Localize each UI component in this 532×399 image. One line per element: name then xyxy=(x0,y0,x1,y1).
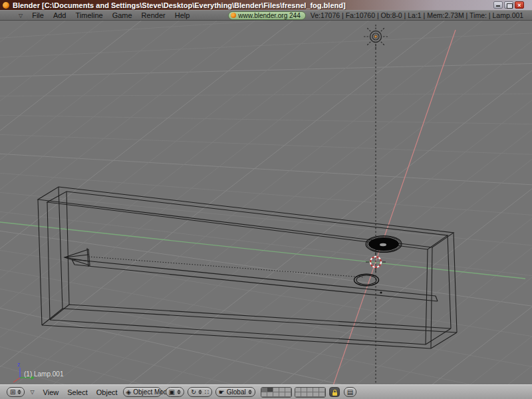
menu-view[interactable]: View xyxy=(43,388,59,396)
layer-button[interactable] xyxy=(319,392,325,397)
draw-type-icon: ▣ xyxy=(169,389,175,396)
menu-object[interactable]: Object xyxy=(96,388,118,396)
layer-button[interactable] xyxy=(313,392,319,397)
layer-button[interactable] xyxy=(279,392,285,397)
menu-help[interactable]: Help xyxy=(175,11,190,19)
layer-button[interactable] xyxy=(261,392,267,397)
layer-button[interactable] xyxy=(313,388,319,392)
y-axis-line xyxy=(0,222,525,279)
lamp-object[interactable] xyxy=(363,24,388,49)
layer-button[interactable] xyxy=(295,392,301,397)
pivot-stepper[interactable] xyxy=(198,390,202,394)
blender-org-badge[interactable]: www.blender.org 244 xyxy=(228,11,305,20)
restore-button[interactable] xyxy=(504,1,513,9)
axis-z-label: z xyxy=(17,361,21,368)
object-center-dot xyxy=(380,291,382,293)
render-preview-button[interactable]: ▤ xyxy=(344,387,356,397)
menu-select[interactable]: Select xyxy=(67,388,88,396)
pivot-manipulator-group[interactable]: ↻ ∷ xyxy=(188,387,212,397)
layer-button[interactable] xyxy=(279,388,285,392)
layer-button[interactable] xyxy=(261,388,267,392)
render-preview-icon: ▤ xyxy=(347,389,353,396)
panel-collapse-icon[interactable]: ▽ xyxy=(30,389,34,395)
blender-window: Blender [C:\Documents and Settings\Steve… xyxy=(0,0,532,399)
window-titlebar[interactable]: Blender [C:\Documents and Settings\Steve… xyxy=(0,0,532,10)
menu-render[interactable]: Render xyxy=(142,11,166,19)
menu-file[interactable]: File xyxy=(32,11,44,19)
track-dotted-line xyxy=(88,257,364,277)
menu-timeline[interactable]: Timeline xyxy=(75,11,102,19)
dark-disc-object[interactable] xyxy=(366,236,402,253)
layer-buttons-group-1[interactable] xyxy=(261,387,292,398)
viewport-header: ⊞ ▽ View Select Object ◈ Object Mode ▣ ↻… xyxy=(0,384,532,399)
menu-add[interactable]: Add xyxy=(53,11,66,19)
info-header: ▽ File Add Timeline Game Render Help www… xyxy=(0,10,532,21)
close-button[interactable]: × xyxy=(515,1,524,9)
draw-type-button[interactable]: ▣ xyxy=(166,387,184,397)
editor-type-stepper[interactable] xyxy=(17,390,21,394)
draw-type-stepper[interactable] xyxy=(177,390,181,394)
layer-button[interactable] xyxy=(273,388,279,392)
grid-floor xyxy=(0,21,532,384)
minimize-button[interactable] xyxy=(493,1,503,9)
layer-button[interactable] xyxy=(319,388,325,392)
orientation-label: Global xyxy=(227,388,246,396)
viewport-info-text: (1) Lamp.001 xyxy=(24,370,63,378)
ring-object[interactable] xyxy=(354,274,379,286)
layer-buttons-group-2[interactable] xyxy=(295,387,326,398)
layer-button[interactable] xyxy=(295,388,301,392)
layer-button[interactable] xyxy=(307,388,313,392)
window-title: Blender [C:\Documents and Settings\Steve… xyxy=(13,1,346,9)
header-collapse-icon[interactable]: ▽ xyxy=(19,13,23,19)
layer-button[interactable] xyxy=(285,388,291,392)
blender-org-label: www.blender.org 244 xyxy=(238,12,300,19)
orientation-dropdown[interactable]: ☛ Global xyxy=(215,387,255,397)
layer-button[interactable] xyxy=(267,388,273,392)
scene-stats: Ve:17076 | Fa:10760 | Ob:8-0 | La:1 | Me… xyxy=(311,11,523,19)
layer-button[interactable] xyxy=(301,388,307,392)
layer-button[interactable] xyxy=(307,392,313,397)
layer-button[interactable] xyxy=(273,392,279,397)
layer-button[interactable] xyxy=(267,392,273,397)
lock-layers-button[interactable] xyxy=(329,387,340,397)
hand-icon: ☛ xyxy=(219,389,225,396)
menu-game[interactable]: Game xyxy=(112,11,132,19)
layer-button[interactable] xyxy=(301,392,307,397)
mode-dropdown[interactable]: ◈ Object Mode xyxy=(123,387,162,397)
blender-org-icon xyxy=(231,13,236,18)
layer-button[interactable] xyxy=(285,392,291,397)
orientation-stepper[interactable] xyxy=(248,390,252,394)
blender-logo-icon xyxy=(3,2,9,9)
editor-type-icon: ⊞ xyxy=(10,389,15,396)
pivot-icon: ↻ xyxy=(191,389,196,396)
manipulator-icon: ∷ xyxy=(204,389,208,396)
interior-slab-wireframe[interactable] xyxy=(72,259,438,301)
editor-type-button[interactable]: ⊞ xyxy=(7,387,25,397)
3d-scene: z xyxy=(0,21,532,384)
3d-viewport[interactable]: z (1) Lamp.001 xyxy=(0,21,532,384)
object-mode-icon: ◈ xyxy=(126,389,132,396)
